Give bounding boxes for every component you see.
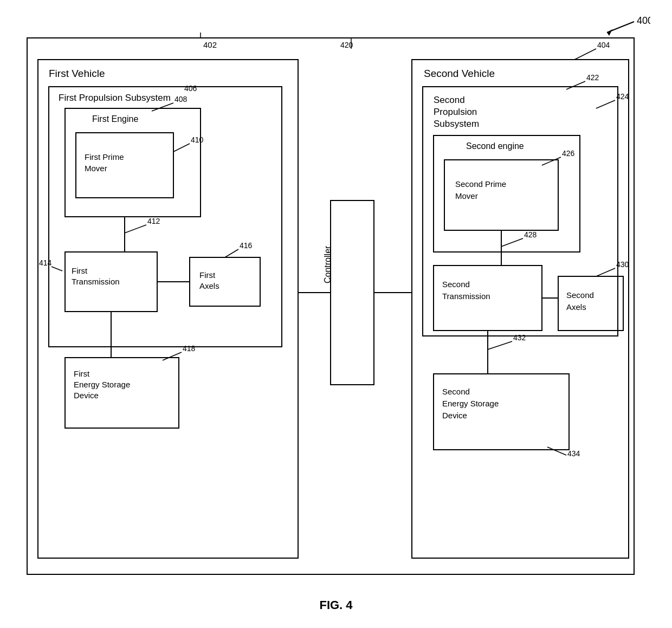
ref-432: 432 (513, 333, 526, 342)
svg-line-15 (51, 267, 62, 271)
first-transmission-label-line1: First (72, 266, 88, 275)
first-esd-label-line2: Energy Storage (74, 380, 130, 389)
svg-marker-2 (607, 29, 612, 36)
svg-text:400: 400 (637, 16, 650, 26)
second-prime-mover-label-line2: Mover (455, 191, 478, 200)
fig-label: FIG. 4 (22, 598, 650, 612)
ref-430: 430 (616, 260, 629, 269)
diagram-wrapper: 400 402 First Vehicle First Propulsion S… (22, 16, 650, 612)
ref-414: 414 (39, 258, 52, 267)
first-transmission-label-line2: Transmission (72, 277, 120, 286)
second-propulsion-label-line2: Propulsion (434, 107, 477, 117)
svg-line-31 (596, 100, 615, 108)
main-diagram: 402 First Vehicle First Propulsion Subsy… (22, 33, 639, 585)
ref-402-label: 402 (203, 40, 217, 49)
second-axels-label-line2: Axels (566, 302, 586, 312)
svg-rect-5 (38, 60, 298, 558)
ref-416: 416 (240, 241, 253, 250)
ref-408: 408 (175, 95, 188, 103)
svg-line-40 (596, 268, 615, 276)
svg-rect-22 (331, 200, 374, 385)
first-vehicle-label: First Vehicle (49, 68, 105, 79)
ref-426: 426 (562, 149, 575, 158)
controller-label: Controller (323, 245, 332, 283)
second-esd-label-line2: Energy Storage (442, 399, 499, 408)
svg-line-13 (125, 225, 146, 233)
second-engine-label: Second engine (466, 141, 524, 151)
ref-404: 404 (597, 41, 610, 49)
ref-400-area: 400 (22, 16, 650, 38)
first-engine-label: First Engine (92, 114, 138, 124)
ref-418: 418 (183, 344, 196, 353)
second-transmission-label-line1: Second (442, 280, 470, 289)
ref-412: 412 (147, 217, 160, 225)
first-axels-label-line1: First (199, 270, 216, 280)
ref-410: 410 (191, 135, 204, 144)
second-axels-label-line1: Second (566, 290, 594, 300)
ref-424: 424 (616, 92, 629, 101)
svg-line-28 (574, 49, 596, 60)
second-esd-label-line1: Second (442, 387, 470, 396)
svg-line-30 (566, 81, 585, 89)
second-propulsion-label-line3: Subsystem (434, 119, 479, 129)
ref-434: 434 (567, 449, 580, 458)
svg-line-44 (547, 447, 566, 455)
second-transmission-label-line2: Transmission (442, 292, 490, 301)
ref-428: 428 (524, 230, 537, 239)
first-esd-label-line1: First (74, 369, 90, 378)
first-prime-mover-label: First Prime (85, 152, 124, 161)
svg-line-42 (488, 341, 512, 349)
first-esd-label-line3: Device (74, 391, 99, 400)
svg-rect-7 (65, 108, 201, 217)
svg-text:Mover: Mover (85, 164, 107, 173)
ref-406: 406 (184, 84, 197, 93)
svg-line-18 (225, 249, 238, 257)
second-vehicle-label: Second Vehicle (424, 68, 495, 79)
svg-line-8 (152, 103, 173, 111)
second-prime-mover-label-line1: Second Prime (455, 179, 506, 189)
svg-line-36 (501, 238, 523, 247)
svg-rect-27 (412, 60, 629, 558)
first-propulsion-label: First Propulsion Subsystem (59, 93, 171, 103)
ref-422: 422 (586, 73, 599, 82)
svg-line-11 (173, 144, 190, 152)
second-propulsion-label-line1: Second (434, 95, 465, 105)
second-esd-label-line3: Device (442, 411, 467, 420)
first-axels-label-line2: Axels (199, 281, 219, 290)
